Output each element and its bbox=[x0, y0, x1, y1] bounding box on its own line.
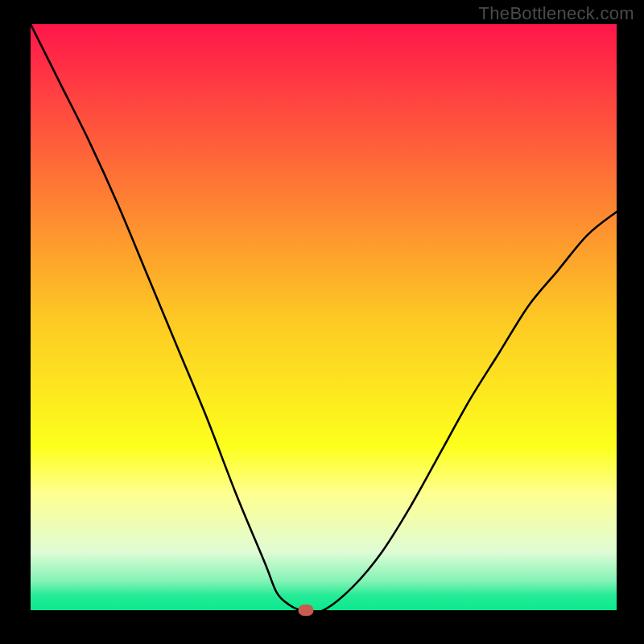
watermark-text: TheBottleneck.com bbox=[479, 3, 634, 24]
plot-frame bbox=[31, 24, 617, 610]
gradient-background bbox=[31, 24, 617, 610]
plot-svg bbox=[31, 24, 617, 610]
optimal-point-marker bbox=[299, 605, 314, 616]
